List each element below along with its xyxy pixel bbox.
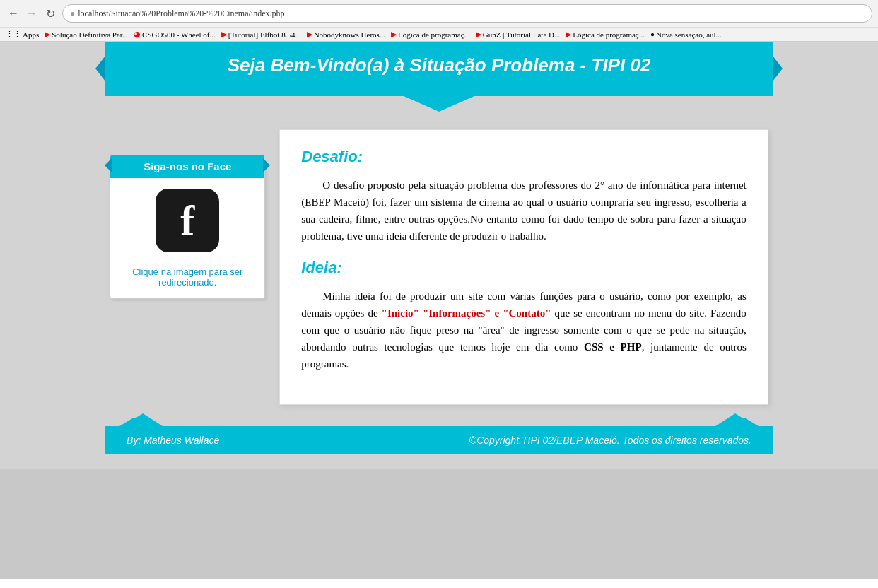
facebook-header-label: Siga-nos no Face <box>144 160 231 172</box>
youtube-icon-1: ▶ <box>45 30 50 38</box>
ideia-text: Minha ideia foi de produzir um site com … <box>301 288 747 372</box>
forward-button[interactable]: → <box>24 6 40 21</box>
bookmark-4[interactable]: ▶ Nobodyknows Heros... <box>307 30 385 39</box>
bookmark-1[interactable]: ▶ Solução Definitiva Par... <box>45 30 128 39</box>
header-section: Seja Bem-Vindo(a) à Situação Problema - … <box>0 42 878 112</box>
bookmark-3[interactable]: ▶ [Tutorial] Elfbot 8.54... <box>221 30 301 39</box>
content-area: Siga-nos no Face f Clique na imagem para… <box>0 112 878 426</box>
youtube-icon-3: ▶ <box>307 30 312 38</box>
other-icon: ● <box>650 30 655 38</box>
ideia-bold-links: "Início" "Informações" e "Contato" <box>382 307 551 319</box>
browser-chrome: ← → ↻ ● localhost/Situacao%20Problema%20… <box>0 0 878 42</box>
facebook-icon-wrapper: f <box>117 189 257 252</box>
bookmarks-bar: ⋮⋮ Apps ▶ Solução Definitiva Par... ◕ CS… <box>0 27 878 41</box>
main-article: Desafio: O desafio proposto pela situaçã… <box>279 129 768 405</box>
header-ribbon-right <box>773 56 783 81</box>
youtube-icon-4: ▶ <box>391 30 397 38</box>
facebook-logo-button[interactable]: f <box>156 189 219 252</box>
back-button[interactable]: ← <box>6 6 21 21</box>
facebook-caption[interactable]: Clique na imagem para ser redirecionado. <box>117 263 257 291</box>
facebook-header: Siga-nos no Face <box>110 155 264 178</box>
bookmark-6[interactable]: ▶ GunZ | Tutorial Late D... <box>476 30 560 39</box>
youtube-icon-6: ▶ <box>566 30 571 38</box>
bookmark-7[interactable]: ▶ Lógica de programaç... <box>566 30 645 39</box>
facebook-f-letter: f <box>180 199 194 242</box>
address-bar[interactable]: ● localhost/Situacao%20Problema%20-%20Ci… <box>62 4 872 23</box>
footer-copyright: ©Copyright,TIPI 02/EBEP Maceió. Todos os… <box>469 435 751 446</box>
footer-section: By: Matheus Wallace ©Copyright,TIPI 02/E… <box>0 426 878 469</box>
url-text: localhost/Situacao%20Problema%20-%20Cine… <box>78 8 284 19</box>
bookmark-5[interactable]: ▶ Lógica de programaç... <box>391 30 470 39</box>
facebook-widget: Siga-nos no Face f Clique na imagem para… <box>110 161 265 299</box>
footer-bar: By: Matheus Wallace ©Copyright,TIPI 02/E… <box>105 426 773 454</box>
apps-grid-icon: ⋮⋮ <box>6 30 21 39</box>
ideia-tech-bold: CSS e PHP <box>584 341 642 353</box>
bookmark-8[interactable]: ● Nova sensação, aul... <box>650 30 722 39</box>
youtube-icon-5: ▶ <box>476 30 481 38</box>
header-ribbon-left <box>95 56 105 81</box>
desafio-text: O desafio proposto pela situação problem… <box>301 177 747 245</box>
browser-toolbar: ← → ↻ ● localhost/Situacao%20Problema%20… <box>0 0 878 27</box>
youtube-icon-2: ▶ <box>221 30 227 38</box>
ideia-title: Ideia: <box>301 259 747 277</box>
bookmark-2[interactable]: ◕ CSGO500 - Wheel of... <box>134 30 216 39</box>
sidebar: Siga-nos no Face f Clique na imagem para… <box>110 161 265 299</box>
opera-icon: ◕ <box>134 30 141 39</box>
footer-author: By: Matheus Wallace <box>127 435 219 446</box>
page-title: Seja Bem-Vindo(a) à Situação Problema - … <box>134 54 744 76</box>
apps-bookmark[interactable]: ⋮⋮ Apps <box>6 30 39 39</box>
desafio-title: Desafio: <box>301 148 747 166</box>
header-bottom-triangle <box>105 96 773 112</box>
nav-buttons: ← → ↻ <box>6 6 58 21</box>
page-body: Seja Bem-Vindo(a) à Situação Problema - … <box>0 42 878 579</box>
refresh-button[interactable]: ↻ <box>42 6 58 21</box>
content-container: Siga-nos no Face f Clique na imagem para… <box>110 119 768 405</box>
